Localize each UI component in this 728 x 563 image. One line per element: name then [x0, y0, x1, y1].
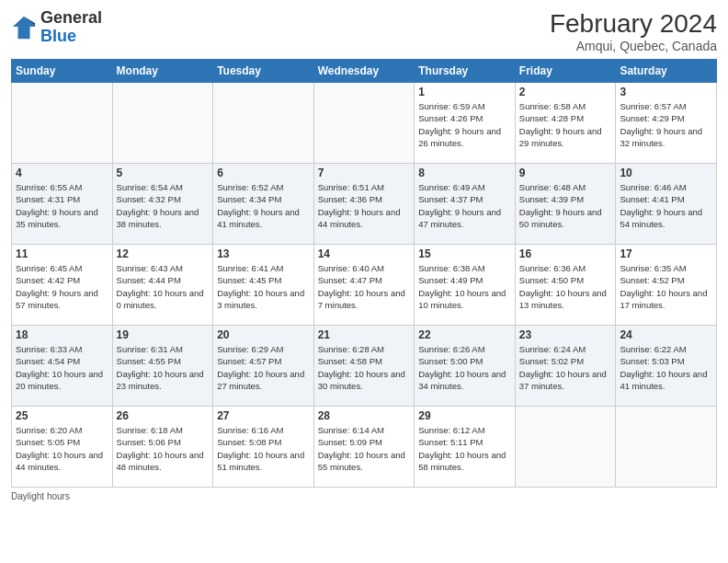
day-info: Sunrise: 6:22 AM Sunset: 5:03 PM Dayligh… [620, 343, 712, 392]
day-number: 20 [217, 328, 310, 341]
day-number: 25 [16, 409, 108, 422]
calendar-cell: 25Sunrise: 6:20 AM Sunset: 5:05 PM Dayli… [12, 407, 113, 488]
calendar-cell: 17Sunrise: 6:35 AM Sunset: 4:52 PM Dayli… [616, 245, 717, 326]
day-info: Sunrise: 6:24 AM Sunset: 5:02 PM Dayligh… [519, 343, 612, 392]
calendar-cell [12, 83, 113, 164]
calendar-cell: 12Sunrise: 6:43 AM Sunset: 4:44 PM Dayli… [112, 245, 213, 326]
calendar-cell: 11Sunrise: 6:45 AM Sunset: 4:42 PM Dayli… [12, 245, 113, 326]
calendar-cell: 10Sunrise: 6:46 AM Sunset: 4:41 PM Dayli… [616, 164, 717, 245]
day-number: 28 [318, 409, 411, 422]
day-number: 27 [217, 409, 310, 422]
calendar-cell: 13Sunrise: 6:41 AM Sunset: 4:45 PM Dayli… [213, 245, 314, 326]
calendar-cell: 24Sunrise: 6:22 AM Sunset: 5:03 PM Dayli… [616, 326, 717, 407]
calendar-cell [616, 407, 717, 488]
day-number: 11 [16, 247, 108, 260]
day-info: Sunrise: 6:55 AM Sunset: 4:31 PM Dayligh… [16, 181, 108, 230]
day-info: Sunrise: 6:16 AM Sunset: 5:08 PM Dayligh… [217, 424, 310, 473]
day-info: Sunrise: 6:31 AM Sunset: 4:55 PM Dayligh… [117, 343, 210, 392]
calendar-cell: 6Sunrise: 6:52 AM Sunset: 4:34 PM Daylig… [213, 164, 314, 245]
day-info: Sunrise: 6:20 AM Sunset: 5:05 PM Dayligh… [16, 424, 108, 473]
day-number: 1 [418, 86, 511, 98]
day-number: 13 [217, 247, 310, 260]
day-number: 15 [418, 247, 511, 260]
calendar-cell: 22Sunrise: 6:26 AM Sunset: 5:00 PM Dayli… [415, 326, 516, 407]
day-number: 4 [16, 167, 108, 179]
day-number: 12 [117, 247, 210, 260]
day-number: 7 [318, 167, 411, 179]
calendar-cell [515, 407, 616, 488]
day-number: 24 [620, 328, 712, 341]
calendar-cell: 8Sunrise: 6:49 AM Sunset: 4:37 PM Daylig… [415, 164, 516, 245]
calendar-cell: 26Sunrise: 6:18 AM Sunset: 5:06 PM Dayli… [112, 407, 213, 488]
calendar-cell: 4Sunrise: 6:55 AM Sunset: 4:31 PM Daylig… [12, 164, 113, 245]
day-number: 21 [318, 328, 411, 341]
calendar-day-header: Friday [515, 60, 616, 83]
calendar-cell: 20Sunrise: 6:29 AM Sunset: 4:57 PM Dayli… [213, 326, 314, 407]
calendar-cell: 18Sunrise: 6:33 AM Sunset: 4:54 PM Dayli… [12, 326, 113, 407]
calendar-cell [213, 83, 314, 164]
day-number: 2 [519, 86, 612, 98]
calendar-cell: 21Sunrise: 6:28 AM Sunset: 4:58 PM Dayli… [313, 326, 415, 407]
calendar-cell: 14Sunrise: 6:40 AM Sunset: 4:47 PM Dayli… [313, 245, 415, 326]
calendar-cell: 7Sunrise: 6:51 AM Sunset: 4:36 PM Daylig… [313, 164, 415, 245]
calendar-cell: 19Sunrise: 6:31 AM Sunset: 4:55 PM Dayli… [112, 326, 213, 407]
day-info: Sunrise: 6:33 AM Sunset: 4:54 PM Dayligh… [16, 343, 108, 392]
day-info: Sunrise: 6:54 AM Sunset: 4:32 PM Dayligh… [117, 181, 210, 230]
day-number: 16 [519, 247, 612, 260]
day-info: Sunrise: 6:28 AM Sunset: 4:58 PM Dayligh… [318, 343, 411, 392]
calendar-day-header: Monday [112, 60, 213, 83]
logo-icon [11, 15, 37, 40]
day-info: Sunrise: 6:35 AM Sunset: 4:52 PM Dayligh… [620, 262, 712, 311]
day-info: Sunrise: 6:43 AM Sunset: 4:44 PM Dayligh… [117, 262, 210, 311]
day-number: 23 [519, 328, 612, 341]
calendar-week-row: 1Sunrise: 6:59 AM Sunset: 4:26 PM Daylig… [12, 83, 717, 164]
calendar-day-header: Tuesday [213, 60, 314, 83]
day-info: Sunrise: 6:40 AM Sunset: 4:47 PM Dayligh… [318, 262, 411, 311]
day-number: 8 [418, 167, 511, 179]
calendar-cell: 15Sunrise: 6:38 AM Sunset: 4:49 PM Dayli… [415, 245, 516, 326]
calendar-cell: 29Sunrise: 6:12 AM Sunset: 5:11 PM Dayli… [415, 407, 516, 488]
day-info: Sunrise: 6:29 AM Sunset: 4:57 PM Dayligh… [217, 343, 310, 392]
calendar-cell [313, 83, 415, 164]
day-info: Sunrise: 6:51 AM Sunset: 4:36 PM Dayligh… [318, 181, 411, 230]
calendar-day-header: Wednesday [313, 60, 415, 83]
day-info: Sunrise: 6:41 AM Sunset: 4:45 PM Dayligh… [217, 262, 310, 311]
calendar-cell [112, 83, 213, 164]
calendar-cell: 2Sunrise: 6:58 AM Sunset: 4:28 PM Daylig… [515, 83, 616, 164]
day-info: Sunrise: 6:46 AM Sunset: 4:41 PM Dayligh… [620, 181, 712, 230]
logo-blue-text: Blue [40, 27, 76, 45]
calendar-cell: 9Sunrise: 6:48 AM Sunset: 4:39 PM Daylig… [515, 164, 616, 245]
calendar-header-row: SundayMondayTuesdayWednesdayThursdayFrid… [12, 60, 717, 83]
calendar-week-row: 18Sunrise: 6:33 AM Sunset: 4:54 PM Dayli… [12, 326, 717, 407]
day-number: 19 [117, 328, 210, 341]
day-number: 9 [519, 167, 612, 179]
day-info: Sunrise: 6:14 AM Sunset: 5:09 PM Dayligh… [318, 424, 411, 473]
month-year-title: February 2024 [550, 9, 717, 39]
calendar-cell: 5Sunrise: 6:54 AM Sunset: 4:32 PM Daylig… [112, 164, 213, 245]
day-number: 3 [620, 86, 712, 98]
footer-text: Daylight hours [11, 491, 70, 501]
day-info: Sunrise: 6:38 AM Sunset: 4:49 PM Dayligh… [418, 262, 511, 311]
calendar-day-header: Sunday [12, 60, 113, 83]
day-info: Sunrise: 6:48 AM Sunset: 4:39 PM Dayligh… [519, 181, 612, 230]
day-number: 17 [620, 247, 712, 260]
day-info: Sunrise: 6:57 AM Sunset: 4:29 PM Dayligh… [620, 100, 712, 149]
calendar-table: SundayMondayTuesdayWednesdayThursdayFrid… [11, 59, 717, 488]
day-info: Sunrise: 6:58 AM Sunset: 4:28 PM Dayligh… [519, 100, 612, 149]
calendar-cell: 27Sunrise: 6:16 AM Sunset: 5:08 PM Dayli… [213, 407, 314, 488]
day-number: 29 [418, 409, 511, 422]
day-number: 22 [418, 328, 511, 341]
day-info: Sunrise: 6:49 AM Sunset: 4:37 PM Dayligh… [418, 181, 511, 230]
day-number: 5 [117, 167, 210, 179]
calendar-cell: 1Sunrise: 6:59 AM Sunset: 4:26 PM Daylig… [415, 83, 516, 164]
day-info: Sunrise: 6:52 AM Sunset: 4:34 PM Dayligh… [217, 181, 310, 230]
title-block: February 2024 Amqui, Quebec, Canada [550, 9, 717, 53]
calendar-week-row: 25Sunrise: 6:20 AM Sunset: 5:05 PM Dayli… [12, 407, 717, 488]
day-number: 26 [117, 409, 210, 422]
calendar-week-row: 11Sunrise: 6:45 AM Sunset: 4:42 PM Dayli… [12, 245, 717, 326]
day-number: 14 [318, 247, 411, 260]
day-info: Sunrise: 6:36 AM Sunset: 4:50 PM Dayligh… [519, 262, 612, 311]
day-info: Sunrise: 6:26 AM Sunset: 5:00 PM Dayligh… [418, 343, 511, 392]
svg-marker-0 [13, 17, 35, 39]
day-info: Sunrise: 6:45 AM Sunset: 4:42 PM Dayligh… [16, 262, 108, 311]
